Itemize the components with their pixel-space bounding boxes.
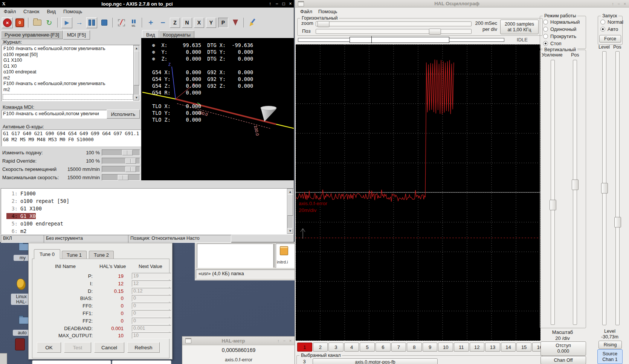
- trigger-option[interactable]: Normal: [600, 18, 623, 26]
- param-next-input[interactable]: 10: [132, 332, 171, 339]
- gcode-line[interactable]: 5:o100 endrepeat: [1, 220, 293, 227]
- samples-button[interactable]: 2000 samples at 1,00 КГц: [500, 20, 539, 34]
- optional-pause-button[interactable]: M1: [128, 18, 139, 28]
- gain-slider[interactable]: [551, 60, 555, 325]
- channel-button[interactable]: 14: [501, 343, 516, 352]
- scroll-up-icon[interactable]: ▲: [287, 189, 293, 195]
- override-slider[interactable]: [102, 166, 140, 172]
- pos-slider[interactable]: [316, 29, 472, 34]
- vpos-slider[interactable]: [573, 60, 577, 325]
- minimize-icon[interactable]: −: [281, 338, 287, 343]
- menu-item[interactable]: Станок: [23, 9, 40, 14]
- meter-titlebar[interactable]: HAL-метр ↑ − ×: [182, 337, 295, 345]
- slider-thumb[interactable]: [318, 21, 330, 27]
- gcode-listing[interactable]: 1:F1000 2:o100 repeat [50] 3:G1 X100 4:G…: [1, 188, 294, 235]
- pause-button[interactable]: [86, 17, 97, 28]
- rotate-view-button[interactable]: [230, 18, 240, 28]
- radio-icon[interactable]: [543, 41, 548, 46]
- scope-titlebar[interactable]: HAL Осциллограф ↑ − ×: [295, 0, 629, 8]
- channel-pin-button[interactable]: axis.0.motor-pos-fb: [313, 358, 438, 364]
- open-file-button[interactable]: [32, 18, 42, 28]
- minimize-icon[interactable]: −: [616, 2, 622, 6]
- log-scrollbar[interactable]: ▲ ▼: [133, 45, 140, 101]
- channel-button[interactable]: 4: [344, 343, 359, 352]
- channel-button[interactable]: 10: [438, 343, 453, 352]
- trigger-level-slider[interactable]: [602, 51, 606, 325]
- channel-button[interactable]: 12: [470, 343, 485, 352]
- channel-button[interactable]: 6: [376, 343, 391, 352]
- trigger-edge-button[interactable]: Rising: [598, 341, 622, 349]
- tab-mdi[interactable]: MDI [F5]: [63, 30, 90, 40]
- tune-tab[interactable]: Tune 2: [89, 251, 114, 259]
- close-icon[interactable]: ×: [622, 2, 628, 6]
- trigger-option[interactable]: Авто: [600, 26, 623, 33]
- menu-item[interactable]: Помощь: [63, 9, 82, 14]
- mdi-run-button[interactable]: Исполнить: [107, 110, 140, 119]
- radio-icon[interactable]: [543, 27, 548, 32]
- channel-button[interactable]: 15: [516, 343, 531, 352]
- slider-thumb[interactable]: [550, 200, 556, 210]
- param-next-input[interactable]: 19: [132, 273, 171, 279]
- view-letter-button[interactable]: X: [194, 18, 204, 28]
- run-button[interactable]: ▶: [61, 17, 72, 28]
- view-letter-button[interactable]: Z: [170, 18, 180, 28]
- ok-button[interactable]: OK: [37, 342, 61, 353]
- reload-button[interactable]: ↻: [44, 18, 54, 28]
- gcode-line[interactable]: 2:o100 repeat [50]: [1, 197, 293, 205]
- force-button[interactable]: Force: [599, 35, 621, 43]
- slider-thumb[interactable]: [429, 29, 441, 35]
- menu-item[interactable]: Вид: [47, 9, 56, 14]
- zoom-out-button[interactable]: −: [158, 18, 168, 28]
- shade-icon[interactable]: ↑: [267, 1, 273, 6]
- radio-icon[interactable]: [600, 27, 605, 32]
- view-letter-button[interactable]: Y: [206, 18, 216, 28]
- override-slider[interactable]: [102, 149, 140, 156]
- slider-thumb[interactable]: [125, 166, 136, 172]
- param-next-input[interactable]: 0.12: [132, 288, 171, 294]
- stop-button[interactable]: [99, 18, 109, 28]
- gcode-line[interactable]: 1:F1000: [1, 190, 293, 197]
- step-button[interactable]: →: [74, 18, 84, 28]
- file-list-pane[interactable]: [197, 244, 273, 268]
- desktop-folder-icon[interactable]: [19, 244, 29, 251]
- run-mode-option[interactable]: Прокрутить: [543, 33, 580, 40]
- estop-button[interactable]: ×: [2, 17, 13, 28]
- maximize-icon[interactable]: □: [280, 1, 287, 6]
- skip-lines-button[interactable]: [116, 18, 127, 28]
- view-letter-button[interactable]: N: [182, 18, 192, 28]
- listing-scrollbar[interactable]: ▲ ▼: [287, 189, 293, 234]
- minimize-icon[interactable]: −: [273, 1, 280, 6]
- param-next-input[interactable]: 0: [132, 318, 171, 324]
- offset-button[interactable]: Отступ 0.000: [540, 341, 586, 356]
- scope-display[interactable]: axis.0.f-error 20m/div: [296, 44, 540, 341]
- channel-button[interactable]: 9: [423, 343, 438, 352]
- close-icon[interactable]: ×: [287, 338, 293, 343]
- axis-titlebar[interactable]: X loop.ngc - AXIS 2.7.8 on to_pci ↑ − □ …: [0, 0, 294, 8]
- menu-item[interactable]: Файл: [4, 9, 16, 14]
- scrollbar-thumb[interactable]: [134, 51, 139, 85]
- trigger-pos-slider[interactable]: [615, 51, 620, 325]
- run-mode-option[interactable]: Одиночный: [543, 26, 580, 33]
- menu-item[interactable]: Файл: [300, 9, 312, 14]
- override-slider[interactable]: [102, 174, 140, 181]
- radio-icon[interactable]: [543, 20, 548, 24]
- zoom-in-button[interactable]: +: [146, 18, 156, 28]
- pane-splitter[interactable]: [273, 244, 275, 267]
- channel-button[interactable]: 13: [485, 343, 500, 352]
- test-button[interactable]: Test: [64, 342, 91, 353]
- param-next-input[interactable]: 0.001: [132, 325, 171, 332]
- channel-button[interactable]: 7: [391, 343, 406, 352]
- param-next-input[interactable]: 0: [132, 303, 171, 309]
- shade-icon[interactable]: ↑: [610, 2, 616, 6]
- gcode-line[interactable]: 3:G1 X100: [1, 205, 293, 212]
- gcode-line[interactable]: 6:m2: [1, 227, 293, 235]
- preview-pane[interactable]: Z x 100.0 100.0 ⊕ X: 99.635 DTG X: -99.6…: [141, 38, 294, 180]
- channel-button[interactable]: 11: [454, 343, 469, 352]
- trigger-source-button[interactable]: Source Chan 1: [597, 349, 623, 364]
- clear-plot-button[interactable]: [247, 18, 258, 28]
- scroll-down-icon[interactable]: ▼: [287, 228, 293, 234]
- shade-icon[interactable]: ↑: [275, 338, 281, 343]
- mdi-command-input[interactable]: F100 #начать с небольшой,потом увеличи: [2, 110, 108, 119]
- scroll-down-icon[interactable]: ▼: [134, 95, 139, 101]
- channel-button[interactable]: 2: [313, 343, 328, 352]
